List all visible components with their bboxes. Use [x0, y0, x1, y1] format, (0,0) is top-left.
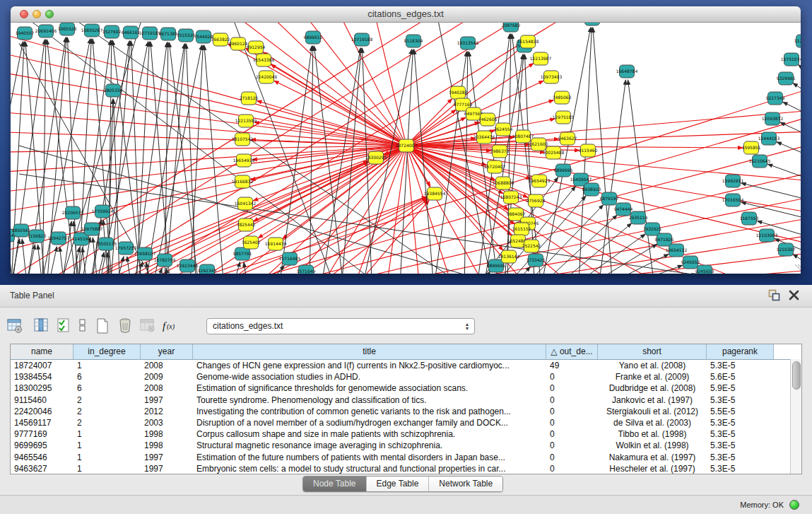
tab-network-table[interactable]: Network Table	[429, 477, 502, 491]
float-panel-icon[interactable]	[768, 289, 780, 301]
table-row[interactable]: 1938455462009Genome-wide association stu…	[11, 371, 791, 382]
column-header-title[interactable]: title	[193, 344, 546, 359]
table-scrollbar-thumb[interactable]	[792, 361, 801, 390]
node-label: 16041342	[235, 201, 257, 206]
network-window[interactable]: citations_edges.txt 19405572069140610655…	[11, 6, 801, 274]
node-label: 6671385	[159, 31, 178, 36]
table-cell: 18300295	[11, 382, 73, 394]
table-panel-header: Table Panel	[0, 285, 812, 308]
table-cell: Stergiakouli et al. (2012)	[598, 406, 707, 417]
node-label: 13505135	[95, 241, 117, 246]
table-row[interactable]: 946554611997Estimation of the future num…	[11, 452, 791, 463]
table-row[interactable]: 2242004622012Investigating the contribut…	[11, 406, 791, 417]
column-header-name[interactable]: name	[11, 344, 73, 359]
network-window-titlebar[interactable]: citations_edges.txt	[11, 6, 801, 23]
table-cell: 18724007	[11, 360, 73, 371]
column-header-out_de[interactable]: △ out_de...	[546, 344, 598, 359]
node-label: 12103063	[756, 233, 778, 238]
node-label: 14136141	[498, 254, 520, 259]
tab-node-table[interactable]: Node Table	[303, 477, 367, 491]
table-row[interactable]: 1456911722003Disruption of a novel membe…	[11, 417, 791, 428]
table-row[interactable]: 977716911998Corpus callosum shape and si…	[11, 428, 791, 440]
node-label: 19654923	[529, 178, 551, 183]
node-label: 7625402	[242, 240, 261, 245]
edge	[783, 102, 801, 119]
close-panel-icon[interactable]	[789, 290, 799, 300]
node-label: 1621600	[529, 141, 548, 146]
cell-options-icon[interactable]	[73, 317, 92, 335]
column-settings-icon[interactable]	[33, 317, 51, 335]
edge	[46, 247, 57, 274]
table-selector-dropdown[interactable]: citations_edges.txt ▲▼	[206, 318, 475, 334]
table-cell: 0	[546, 440, 598, 451]
teal-node[interactable]	[585, 23, 600, 25]
node-label: 6466161	[122, 30, 141, 35]
node-label: 1595851	[742, 145, 761, 150]
node-label: 18724007	[396, 143, 418, 148]
table-cell: Changes of HCN gene expression and I(f) …	[193, 360, 546, 371]
new-column-icon[interactable]	[93, 317, 112, 335]
table-cell: 1997	[141, 452, 193, 463]
node-label: 19384554	[424, 191, 446, 196]
node-label: 20364436	[473, 134, 495, 139]
node-label: 9463627	[558, 136, 577, 141]
edge	[597, 80, 625, 274]
table-cell: Structural magnetic resonance image aver…	[193, 440, 546, 451]
table-cell: 5.3E-5	[707, 463, 774, 474]
table-cell: 0	[546, 428, 598, 440]
row-select-icon[interactable]	[55, 317, 73, 335]
delete-column-icon[interactable]	[116, 317, 134, 335]
table-cell: 1	[73, 463, 141, 474]
column-header-pagerank[interactable]: pagerank	[707, 344, 774, 359]
edge	[406, 146, 784, 274]
node-label: 10719185	[139, 30, 161, 35]
node-label: 12213589	[235, 118, 257, 123]
edge	[204, 45, 225, 274]
tab-edge-table[interactable]: Edge Table	[367, 477, 430, 491]
table-settings-icon[interactable]	[6, 317, 24, 335]
table-header-row[interactable]: namein_degreeyeartitle△ out_de...shortpa…	[11, 344, 791, 360]
table-cell: 5.3E-5	[707, 452, 774, 463]
table-toolbar: f(x) citations_edges.txt ▲▼	[0, 311, 812, 341]
table-row[interactable]: 1830029562008Estimation of significance …	[11, 382, 791, 394]
table-cell: 0	[546, 382, 598, 394]
node-label: 9115460	[579, 148, 598, 153]
column-header-year[interactable]: year	[141, 344, 193, 359]
node-label: 7462606	[478, 117, 498, 122]
node-label: 16154838	[517, 39, 539, 44]
table-cell: 2003	[141, 417, 193, 428]
table-row[interactable]: 911546021997Tourette syndrome. Phenomeno…	[11, 395, 791, 406]
node-label: 10688809	[493, 180, 514, 185]
table-cell: 0	[546, 452, 598, 463]
table-cell: Estimation of significance thresholds fo…	[193, 382, 546, 394]
node-label: 16914479	[265, 241, 287, 246]
table-cell: Franke et al. (2009)	[598, 371, 707, 382]
node-label: 10973493	[541, 74, 563, 79]
node-label: 10719188	[351, 37, 373, 42]
citation-network-graph[interactable]: 1940557206914061065528108552871527602646…	[11, 23, 801, 274]
node-label: 10807487	[512, 134, 534, 139]
table-row[interactable]: 1872400712008Changes of HCN gene express…	[11, 360, 791, 371]
table-cell: Tourette syndrome. Phenomenology and cla…	[193, 395, 546, 406]
table-cell: 5.6E-5	[707, 371, 774, 382]
node-label: 6899696	[487, 263, 506, 268]
memory-status-label: Memory: OK	[740, 501, 784, 509]
column-header-in_degree[interactable]: in_degree	[73, 344, 141, 359]
table-row[interactable]: 946362711997Embryonic stem cells: a mode…	[11, 463, 791, 474]
edge	[793, 83, 801, 100]
node-table[interactable]: namein_degreeyeartitle△ out_de...shortpa…	[10, 344, 802, 474]
network-canvas[interactable]: 1940557206914061065528108552871527602646…	[11, 23, 801, 274]
node-label: 12975185	[553, 115, 575, 119]
column-header-short[interactable]: short	[598, 344, 707, 359]
table-cell: 2	[73, 417, 141, 428]
table-cell: 0	[546, 371, 598, 382]
node-label: 7940283	[449, 90, 468, 95]
table-cell: 6	[73, 382, 141, 394]
node-label: 20691406	[35, 28, 57, 33]
table-row[interactable]: 969969511998Structural magnetic resonanc…	[11, 440, 791, 451]
table-cell: Tibbo et al. (1998)	[598, 428, 707, 440]
table-tab-bar: Node TableEdge TableNetwork Table	[302, 476, 503, 492]
table-scrollbar[interactable]	[790, 359, 801, 474]
delete-table-icon[interactable]	[139, 317, 157, 335]
function-builder-icon[interactable]: f(x)	[161, 317, 180, 335]
